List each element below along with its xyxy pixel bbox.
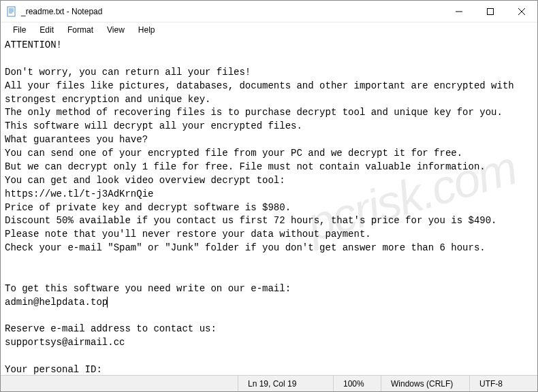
menu-help[interactable]: Help — [131, 24, 162, 36]
close-button[interactable] — [506, 1, 537, 22]
notepad-icon — [6, 6, 17, 17]
status-cursor-position: Ln 19, Col 19 — [238, 376, 333, 391]
menu-format[interactable]: Format — [61, 24, 100, 36]
status-zoom: 100% — [333, 376, 381, 391]
menu-file[interactable]: File — [6, 24, 33, 36]
titlebar[interactable]: _readme.txt - Notepad — [1, 1, 537, 22]
statusbar: Ln 19, Col 19 100% Windows (CRLF) UTF-8 — [1, 375, 537, 391]
window-controls — [443, 1, 537, 22]
menu-edit[interactable]: Edit — [33, 24, 61, 36]
text-editor-area[interactable]: ATTENTION! Don't worry, you can return a… — [1, 37, 537, 375]
menubar: File Edit Format View Help — [1, 22, 537, 37]
status-line-ending: Windows (CRLF) — [381, 376, 469, 391]
svg-rect-6 — [488, 8, 494, 14]
text-caret — [107, 297, 108, 308]
maximize-button[interactable] — [475, 1, 506, 22]
status-encoding: UTF-8 — [469, 376, 537, 391]
menu-view[interactable]: View — [100, 24, 131, 36]
minimize-button[interactable] — [443, 1, 475, 22]
window: _readme.txt - Notepad File Edit Format V… — [0, 0, 538, 392]
window-title: _readme.txt - Notepad — [21, 7, 443, 16]
